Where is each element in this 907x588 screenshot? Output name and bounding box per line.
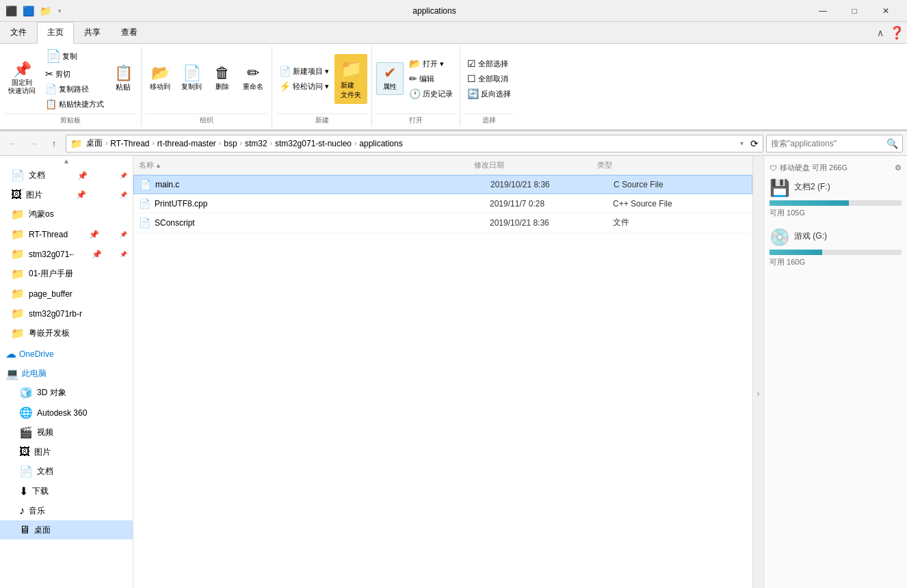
col-name[interactable]: 名称 ▲ (139, 160, 474, 170)
breadcrumb-folder-icon: 📁 (70, 138, 82, 149)
sidebar-item-pics[interactable]: 🖼 图片 📌 (0, 185, 133, 204)
sidebar-item-rtthread[interactable]: 📁 RT-Thread 📌 (0, 224, 133, 244)
select-all-button[interactable]: ☑ 全部选择 (464, 57, 514, 70)
sidebar-item-downloads[interactable]: ⬇ 下载 (0, 481, 133, 501)
breadcrumb-stm32[interactable]: stm32 (245, 139, 267, 148)
minimize-button[interactable]: — (807, 0, 839, 22)
easy-access-button[interactable]: ⚡ 轻松访问 ▾ (276, 79, 332, 93)
ribbon-collapse-icon[interactable]: ∧ (877, 27, 884, 38)
sidebar-item-desktop-label: 桌面 (34, 524, 51, 536)
paste-button[interactable]: 📋 粘贴 (109, 63, 137, 95)
delete-button[interactable]: 🗑 删除 (209, 63, 236, 94)
maximize-button[interactable]: □ (839, 0, 870, 22)
nav-back-button[interactable]: ← (4, 135, 22, 152)
search-box[interactable]: 🔍 (766, 135, 903, 152)
col-size[interactable]: 大小 (720, 160, 752, 170)
close-button[interactable]: ✕ (870, 0, 902, 22)
new-folder-button[interactable]: 📁 新建文件夹 (334, 54, 367, 104)
new-item-button[interactable]: 📄 新建项目 ▾ (276, 64, 332, 78)
video-icon: 🎬 (19, 426, 33, 439)
onedrive-icon: ☁ (5, 347, 16, 360)
search-input[interactable] (771, 139, 886, 148)
sidebar-item-01user[interactable]: 📁 01-用户手册 (0, 264, 133, 284)
ribbon-group-select: ☑ 全部选择 ☐ 全部取消 🔄 反向选择 选择 (460, 46, 518, 126)
new-group-label: 新建 (276, 113, 367, 126)
address-refresh-button[interactable]: ⟳ (750, 138, 759, 149)
newfolder-icon: 📁 (340, 58, 362, 79)
sidebar-item-3d[interactable]: 🧊 3D 对象 (0, 383, 133, 403)
select-none-button[interactable]: ☐ 全部取消 (464, 72, 514, 85)
paste-shortcut-button[interactable]: 📋 粘贴快捷方式 (42, 97, 107, 111)
pagebuffer-icon: 📁 (11, 287, 25, 300)
breadcrumb-current: applications (359, 139, 402, 148)
images-icon: 🖼 (19, 446, 30, 458)
address-bar[interactable]: 📁 桌面 › RT-Thread › rt-thread-master › bs… (66, 135, 763, 152)
sidebar-item-yueqian[interactable]: 📁 粤嵌开发板 (0, 323, 133, 343)
breadcrumb-rtmaster[interactable]: rt-thread-master (157, 139, 216, 148)
edit-button[interactable]: ✏ 编辑 (406, 72, 456, 85)
tab-file[interactable]: 文件 (0, 22, 37, 43)
sidebar-item-pagebuffer-label: page_buffer (29, 289, 73, 299)
file-date-sconscript: 2019/10/21 8:36 (490, 218, 613, 228)
moveto-icon: 📂 (151, 66, 170, 81)
invert-select-button[interactable]: 🔄 反向选择 (464, 87, 514, 101)
nav-forward-button[interactable]: → (25, 135, 42, 152)
ribbon-group-new: 📄 新建项目 ▾ ⚡ 轻松访问 ▾ 📁 新建文件夹 新建 (272, 46, 372, 126)
sidebar-item-stm32rb[interactable]: 📁 stm32g071rb-r (0, 304, 133, 323)
settings-icon[interactable]: ⚙ (895, 163, 902, 172)
breadcrumb-dropdown-icon[interactable]: ▾ (740, 139, 744, 147)
file-type-sconscript: 文件 (613, 217, 736, 228)
file-list: 📄 main.c 2019/10/21 8:36 C Source File 1… (133, 175, 752, 588)
sidebar-item-docs2[interactable]: 📄 文档 (0, 462, 133, 481)
sidebar-item-video[interactable]: 🎬 视频 (0, 423, 133, 442)
tab-share[interactable]: 共享 (74, 22, 111, 43)
file-row-printutf8[interactable]: 📄 PrintUTF8.cpp 2019/11/7 0:28 C++ Sourc… (133, 194, 752, 213)
tab-view[interactable]: 查看 (111, 22, 148, 43)
copyto-icon: 📄 (183, 66, 201, 81)
thispc-section[interactable]: 💻 此电脑 (0, 363, 133, 383)
file-row-main-c[interactable]: 📄 main.c 2019/10/21 8:36 C Source File 1… (133, 175, 752, 194)
sidebar-item-autodesk[interactable]: 🌐 Autodesk 360 (0, 403, 133, 423)
sidebar-item-docs[interactable]: 📄 文档 📌 (0, 165, 133, 185)
properties-button[interactable]: ✔ 属性 (376, 62, 404, 95)
breadcrumb-nucleo[interactable]: stm32g071-st-nucleo (275, 139, 352, 148)
sidebar-item-desktop[interactable]: 🖥 桌面 (0, 520, 133, 539)
right-panel-toggle[interactable]: › (752, 156, 763, 588)
copy-button[interactable]: 📄 复制 (42, 46, 81, 66)
copy-path-button[interactable]: 📄 复制路径 (42, 82, 107, 96)
copy-to-button[interactable]: 📄 复制到 (177, 63, 206, 94)
sidebar-item-images[interactable]: 🖼 图片 (0, 442, 133, 462)
delete-icon: 🗑 (215, 66, 230, 81)
sidebar-item-stm32g071[interactable]: 📁 stm32g071-· 📌 (0, 244, 133, 264)
file-name-sconscript: SConscript (155, 218, 490, 228)
pin-to-quickaccess-button[interactable]: 📌 固定到快速访问 (4, 59, 40, 98)
sidebar-item-stm32rb-label: stm32g071rb-r (29, 309, 82, 319)
col-date[interactable]: 修改日期 (474, 160, 597, 170)
col-type[interactable]: 类型 (597, 160, 720, 170)
tab-home[interactable]: 主页 (37, 22, 74, 44)
sidebar-scroll-up[interactable]: ▲ (0, 156, 133, 165)
breadcrumb-desktop[interactable]: 桌面 (86, 137, 103, 149)
docs-icon: 📄 (11, 169, 25, 182)
cut-button[interactable]: ✂ 剪切 (42, 67, 107, 81)
nav-up-button[interactable]: ↑ (45, 135, 63, 152)
pin-indicator4: 📌 (92, 250, 102, 259)
ribbon-group-organize: 📂 移动到 📄 复制到 🗑 删除 ✏ 重命名 组织 (142, 46, 272, 126)
pin-indicator3: 📌 (89, 230, 99, 239)
history-button[interactable]: 🕐 历史记录 (406, 87, 456, 101)
file-row-sconscript[interactable]: 📄 SConscript 2019/10/21 8:36 文件 1 KB (133, 213, 752, 232)
drive-g-bar-bg (770, 250, 902, 255)
open-button[interactable]: 📂 打开 ▾ (406, 57, 456, 70)
sidebar-item-pagebuffer[interactable]: 📁 page_buffer (0, 284, 133, 304)
onedrive-section[interactable]: ☁ OneDrive (0, 343, 133, 363)
sidebar-item-music-label: 音乐 (29, 505, 45, 517)
file-icon-printutf8: 📄 (139, 198, 150, 209)
sidebar-item-honmeng[interactable]: 📁 鸿蒙os (0, 204, 133, 224)
right-panel-title: 🛡 移动硬盘 可用 266G ⚙ (770, 163, 902, 173)
rename-button[interactable]: ✏ 重命名 (239, 63, 267, 94)
sidebar-item-music[interactable]: ♪ 音乐 (0, 501, 133, 520)
breadcrumb-rtthread[interactable]: RT-Thread (110, 139, 149, 148)
move-to-button[interactable]: 📂 移动到 (146, 63, 174, 94)
help-icon[interactable]: ❓ (889, 25, 904, 40)
breadcrumb-bsp[interactable]: bsp (224, 139, 237, 148)
